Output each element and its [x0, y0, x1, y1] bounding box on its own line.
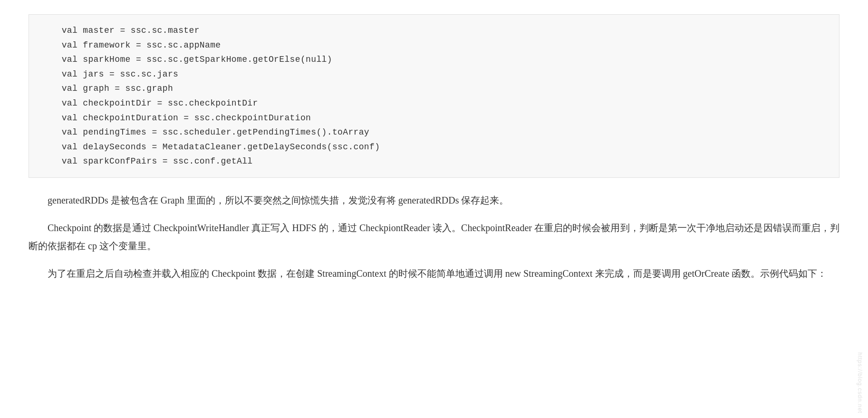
code-line-2: val framework = ssc.sc.appName: [40, 38, 828, 53]
prose-paragraph-2: Checkpoint 的数据是通过 CheckpointWriteHandler…: [29, 219, 839, 255]
code-line-8: val pendingTimes = ssc.scheduler.getPend…: [40, 125, 828, 140]
code-line-7: val checkpointDuration = ssc.checkpointD…: [40, 111, 828, 126]
code-line-9: val delaySeconds = MetadataCleaner.getDe…: [40, 140, 828, 155]
code-line-4: val jars = ssc.sc.jars: [40, 67, 828, 82]
watermark: https://blog.csdn.net: [857, 352, 863, 413]
code-line-1: val master = ssc.sc.master: [40, 23, 828, 38]
page-container: val master = ssc.sc.master val framework…: [0, 0, 868, 418]
prose-section: generatedRDDs 是被包含在 Graph 里面的，所以不要突然之间惊慌…: [29, 191, 839, 282]
code-line-3: val sparkHome = ssc.sc.getSparkHome.getO…: [40, 52, 828, 67]
prose-paragraph-1: generatedRDDs 是被包含在 Graph 里面的，所以不要突然之间惊慌…: [29, 191, 839, 209]
code-line-6: val checkpointDir = ssc.checkpointDir: [40, 96, 828, 111]
code-block: val master = ssc.sc.master val framework…: [29, 14, 839, 178]
code-line-5: val graph = ssc.graph: [40, 81, 828, 96]
code-line-10: val sparkConfPairs = ssc.conf.getAll: [40, 154, 828, 169]
prose-paragraph-3: 为了在重启之后自动检查并载入相应的 Checkpoint 数据，在创建 Stre…: [29, 264, 839, 282]
